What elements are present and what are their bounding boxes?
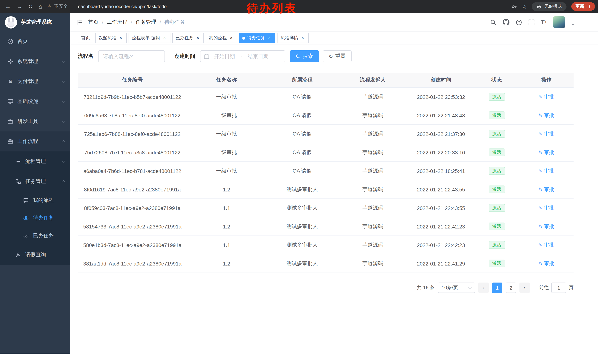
sidebar-item-todo-tasks[interactable]: 待办任务 xyxy=(0,209,70,227)
page-size-select[interactable]: 10条/页 xyxy=(438,283,475,293)
star-icon[interactable]: ☆ xyxy=(522,4,527,9)
forward-icon[interactable]: → xyxy=(17,4,22,9)
search-button[interactable]: 搜索 xyxy=(290,50,319,62)
prev-page-button[interactable]: ‹ xyxy=(478,283,489,293)
back-icon[interactable]: ← xyxy=(5,4,11,9)
security-label: 不安全 xyxy=(54,3,68,10)
key-icon[interactable] xyxy=(511,4,517,9)
table-row: 58154733-7ac8-11ec-a9e2-a2380e71991a 1.2… xyxy=(78,217,573,236)
approve-link[interactable]: ✎审批 xyxy=(538,168,554,174)
gear-icon xyxy=(8,58,13,65)
end-date-input[interactable] xyxy=(244,53,273,59)
table-row: 725a1eb6-7b88-11ec-8ef0-acde48001122 一级审… xyxy=(78,125,573,143)
reset-button[interactable]: ↻ 重置 xyxy=(323,50,351,62)
approve-link[interactable]: ✎审批 xyxy=(538,112,554,119)
breadcrumb-workflow[interactable]: 工作流程 xyxy=(107,19,127,25)
date-range-picker[interactable]: - xyxy=(200,50,285,62)
approve-link[interactable]: ✎审批 xyxy=(538,130,554,137)
tab-home[interactable]: 首页 xyxy=(78,33,93,43)
cell-task-name: 1.1 xyxy=(187,236,266,254)
breadcrumb-home[interactable]: 首页 xyxy=(88,19,99,25)
sidebar-item-task-mgmt[interactable]: 任务管理 xyxy=(0,171,70,191)
close-icon[interactable]: × xyxy=(195,35,200,40)
breadcrumb-task-mgmt[interactable]: 任务管理 xyxy=(136,19,156,25)
main-area: 首页 / 工作流程 / 任务管理 / 待办任务 xyxy=(70,13,598,364)
caret-down-icon[interactable] xyxy=(571,24,574,25)
sidebar-item-infra[interactable]: 基础设施 xyxy=(0,91,70,112)
close-icon[interactable]: × xyxy=(118,35,123,40)
cell-initiator: 芋道源码 xyxy=(338,236,407,254)
cell-create-time: 2022-01-22 23:53:32 xyxy=(407,88,474,106)
logo-area[interactable]: 芋道管理系统 xyxy=(0,13,70,32)
cell-task-id: 580e1b3d-7ac8-11ec-a9e2-a2380e71991a xyxy=(78,236,187,254)
github-icon[interactable] xyxy=(503,19,509,25)
close-icon[interactable]: × xyxy=(300,35,305,40)
page-button-2[interactable]: 2 xyxy=(506,283,516,293)
sidebar-item-done-tasks[interactable]: 已办任务 xyxy=(0,227,70,245)
avatar[interactable] xyxy=(553,16,565,28)
cell-process: OA 请假 xyxy=(266,88,338,106)
cell-initiator: 芋道源码 xyxy=(338,199,407,217)
tab-form-edit[interactable]: 流程表单-编辑 × xyxy=(129,33,170,43)
tab-my-process[interactable]: 我的流程 × xyxy=(206,33,237,43)
sidebar-item-leave-query[interactable]: 请假查询 xyxy=(0,245,70,265)
close-icon[interactable]: × xyxy=(162,35,167,40)
tab-done-tasks[interactable]: 已办任务 × xyxy=(172,33,204,43)
column-header-create-time: 创建时间 xyxy=(407,73,474,88)
goto-input[interactable] xyxy=(551,283,566,293)
approve-link[interactable]: ✎审批 xyxy=(538,205,554,211)
cell-task-id: 069c6a63-7b8a-11ec-8ef0-acde48001122 xyxy=(78,106,187,125)
cell-initiator: 芋道源码 xyxy=(338,217,407,236)
help-icon[interactable] xyxy=(516,19,522,25)
total-count: 共 16 条 xyxy=(417,284,435,291)
fullscreen-icon[interactable] xyxy=(528,19,535,25)
tab-label: 首页 xyxy=(81,35,90,41)
sidebar: 芋道管理系统 首页 系统管理 ¥ 支付管理 基础设施 研发工具 xyxy=(0,13,70,354)
process-name-input[interactable] xyxy=(98,50,165,62)
cell-initiator: 芋道源码 xyxy=(338,88,407,106)
approve-link[interactable]: ✎审批 xyxy=(538,223,554,230)
approve-link[interactable]: ✎审批 xyxy=(538,149,554,156)
close-icon[interactable]: × xyxy=(267,35,272,40)
address-bar[interactable]: ⚠ 不安全 | dashboard.yudao.iocoder.cn/bpm/t… xyxy=(47,3,166,10)
sidebar-item-payment[interactable]: ¥ 支付管理 xyxy=(0,72,70,91)
filter-bar: 流程名 创建时间 - 搜索 ↻ 重置 xyxy=(78,50,573,62)
font-size-icon[interactable]: TT xyxy=(541,19,547,25)
sidebar-item-process-mgmt[interactable]: 流程管理 xyxy=(0,152,70,171)
cell-task-id: a6aba0a4-7b6d-11ec-b781-acde48001122 xyxy=(78,162,187,180)
tab-process-detail[interactable]: 流程详情 × xyxy=(277,33,309,43)
cell-task-name: 一级审批 xyxy=(187,106,266,125)
reload-icon[interactable]: ↻ xyxy=(28,4,33,9)
search-icon[interactable] xyxy=(490,19,497,25)
column-header-task-id: 任务编号 xyxy=(78,73,187,88)
tab-todo-tasks[interactable]: 待办任务 × xyxy=(239,33,275,43)
next-page-button[interactable]: › xyxy=(519,283,530,293)
double-check-icon xyxy=(23,233,29,239)
edit-icon: ✎ xyxy=(538,168,542,174)
dashboard-icon xyxy=(8,39,13,44)
sidebar-item-devtools[interactable]: 研发工具 xyxy=(0,112,70,131)
chevron-up-icon xyxy=(61,140,65,144)
sidebar-item-my-process[interactable]: 我的流程 xyxy=(0,191,70,209)
cell-task-name: 一级审批 xyxy=(187,162,266,180)
browser-menu-icon[interactable]: ⋮ xyxy=(587,4,592,9)
approve-link[interactable]: ✎审批 xyxy=(538,242,554,248)
sidebar-item-home[interactable]: 首页 xyxy=(0,32,70,51)
sidebar-item-workflow[interactable]: 工作流程 xyxy=(0,131,70,152)
start-date-input[interactable] xyxy=(210,53,239,59)
home-icon[interactable]: ⌂ xyxy=(39,4,42,9)
update-button[interactable]: 更新 ⋮ xyxy=(571,2,595,11)
approve-link[interactable]: ✎审批 xyxy=(538,94,554,100)
warning-icon: ⚠ xyxy=(47,4,51,9)
monitor-icon xyxy=(8,98,13,105)
sidebar-item-label: 基础设施 xyxy=(17,98,62,105)
page-button-1[interactable]: 1 xyxy=(492,283,502,293)
approve-link[interactable]: ✎审批 xyxy=(538,186,554,193)
hamburger-icon[interactable] xyxy=(76,19,83,25)
create-time-label: 创建时间 xyxy=(174,53,195,60)
cell-process: OA 请假 xyxy=(266,125,338,143)
approve-link[interactable]: ✎审批 xyxy=(538,260,554,267)
close-icon[interactable]: × xyxy=(229,35,234,40)
sidebar-item-system[interactable]: 系统管理 xyxy=(0,51,70,72)
tab-start-process[interactable]: 发起流程 × xyxy=(95,33,127,43)
